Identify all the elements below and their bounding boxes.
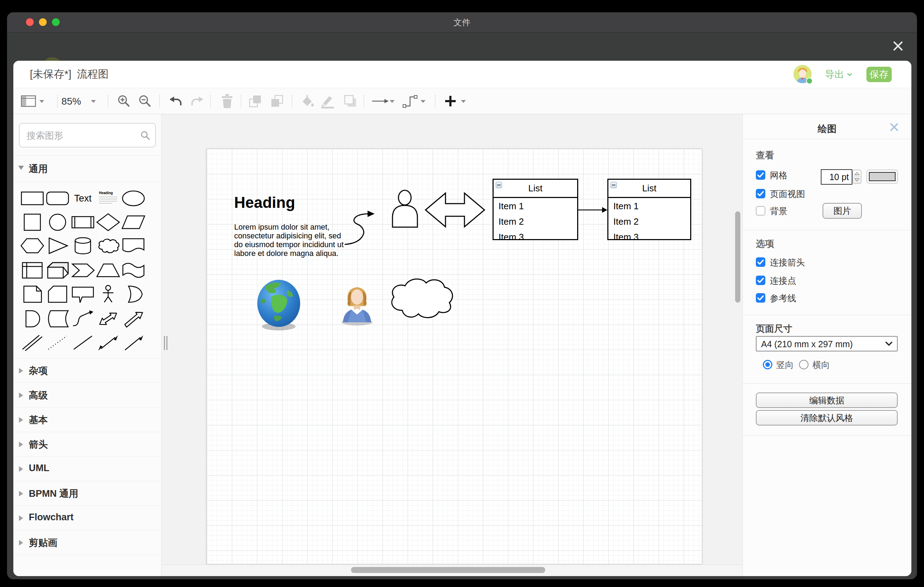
shape-card[interactable]: [45, 284, 70, 304]
shape-ellipse[interactable]: [121, 188, 146, 208]
zoom-out-icon[interactable]: [138, 94, 152, 108]
sidebar-category-arrows[interactable]: 箭头: [13, 432, 162, 457]
sidebar-category-uml[interactable]: UML: [13, 457, 162, 481]
shape-or[interactable]: [121, 284, 146, 304]
vertical-scrollbar[interactable]: [735, 211, 741, 303]
heading-body-text[interactable]: Lorem ipsum dolor sit amet, consectetur …: [234, 223, 344, 258]
shape-hexagon[interactable]: [20, 236, 45, 256]
grid-color-swatch[interactable]: [866, 170, 898, 184]
shape-curve[interactable]: [70, 309, 96, 329]
shape-triangle[interactable]: [45, 236, 70, 256]
collapse-minus-icon[interactable]: [496, 182, 502, 188]
grid-size-input[interactable]: [821, 169, 852, 185]
shape-square[interactable]: [20, 213, 45, 232]
horizontal-scrollbar[interactable]: [351, 567, 545, 573]
collapse-minus-icon[interactable]: [610, 182, 617, 188]
connection-caret-icon[interactable]: [389, 99, 395, 103]
shape-circle[interactable]: [45, 213, 70, 232]
zoom-caret-icon[interactable]: [91, 99, 96, 103]
list-shape-1[interactable]: List Item 1 Item 2 Item 3: [493, 179, 578, 240]
save-button[interactable]: 保存: [866, 67, 892, 82]
avatar[interactable]: [794, 65, 812, 83]
connection-arrows-checkbox[interactable]: [756, 257, 765, 267]
shape-dotted-line[interactable]: [45, 333, 70, 352]
search-input[interactable]: [26, 124, 136, 147]
shape-link[interactable]: [20, 333, 45, 352]
redo-icon[interactable]: [191, 96, 204, 106]
delete-icon[interactable]: [221, 94, 233, 108]
search-icon[interactable]: [140, 130, 150, 140]
shape-diamond[interactable]: [96, 213, 121, 232]
shape-line[interactable]: [70, 333, 96, 352]
grid-checkbox[interactable]: [756, 170, 765, 180]
person-shape[interactable]: [390, 189, 419, 229]
connection-points-checkbox[interactable]: [756, 275, 765, 285]
fill-color-icon[interactable]: [300, 95, 315, 108]
canvas[interactable]: Heading Lorem ipsum dolor sit amet, cons…: [162, 114, 742, 576]
section-general[interactable]: 通用: [13, 155, 162, 181]
line-color-icon[interactable]: [320, 94, 336, 109]
shadow-icon[interactable]: [344, 95, 357, 107]
cloud-shape[interactable]: [384, 275, 458, 325]
to-front-icon[interactable]: [249, 95, 262, 107]
shape-cloud[interactable]: [96, 236, 121, 256]
sidebar-category-basic[interactable]: 基本: [13, 407, 162, 432]
page-view-caret-icon[interactable]: [39, 99, 45, 103]
shape-document[interactable]: [121, 236, 146, 256]
shape-actor[interactable]: [96, 284, 121, 304]
list-shape-2[interactable]: List Item 1 Item 2 Item 3: [607, 179, 691, 240]
background-checkbox[interactable]: [756, 206, 765, 216]
zoom-in-icon[interactable]: [117, 94, 131, 108]
panel-close-icon[interactable]: [889, 122, 899, 132]
list-item[interactable]: Item 1: [613, 200, 639, 213]
shape-callout[interactable]: [70, 284, 96, 304]
shape-data-storage[interactable]: [45, 309, 70, 329]
landscape-radio[interactable]: [799, 360, 808, 369]
shape-step[interactable]: [70, 261, 96, 280]
shape-rectangle[interactable]: [20, 188, 45, 208]
drawing-page[interactable]: Heading Lorem ipsum dolor sit amet, cons…: [206, 148, 702, 564]
zoom-level[interactable]: 85%: [59, 96, 83, 107]
sidebar-category-bpmn[interactable]: BPMN 通用: [13, 481, 162, 506]
shape-and[interactable]: [20, 309, 45, 329]
guides-checkbox[interactable]: [756, 293, 765, 303]
shape-parallelogram[interactable]: [121, 213, 146, 232]
shape-textbox[interactable]: Heading: [96, 188, 121, 208]
clear-default-style-button[interactable]: 清除默认风格: [756, 410, 898, 425]
sidebar-resize-handle[interactable]: [164, 336, 168, 350]
to-back-icon[interactable]: [271, 95, 283, 107]
shape-cylinder[interactable]: [70, 236, 96, 256]
waypoint-style-icon[interactable]: [402, 94, 418, 108]
page-view-icon[interactable]: [20, 94, 36, 108]
woman-clipart[interactable]: [337, 283, 377, 326]
close-icon[interactable]: [893, 40, 904, 52]
grid-size-stepper[interactable]: [852, 170, 861, 184]
background-image-button[interactable]: 图片: [823, 203, 862, 219]
shape-note[interactable]: [20, 284, 45, 304]
page-view-checkbox[interactable]: [756, 189, 765, 198]
shape-bidirectional-connector[interactable]: [96, 333, 121, 352]
edit-data-button[interactable]: 编辑数据: [756, 392, 898, 408]
curved-arrow-shape[interactable]: [340, 209, 379, 249]
portrait-radio[interactable]: [763, 360, 772, 369]
page-size-select[interactable]: A4 (210 mm x 297 mm): [756, 336, 898, 351]
sidebar-category-misc[interactable]: 杂项: [13, 358, 162, 383]
export-button[interactable]: 导出: [825, 61, 852, 88]
connection-style-icon[interactable]: [372, 97, 389, 105]
shape-trapezoid[interactable]: [96, 261, 121, 280]
shape-internal-storage[interactable]: [20, 261, 45, 280]
double-arrow-shape[interactable]: [424, 191, 485, 229]
shape-cube[interactable]: [45, 261, 70, 280]
shape-text[interactable]: Text: [70, 188, 96, 208]
waypoint-caret-icon[interactable]: [420, 99, 426, 103]
shape-process[interactable]: [70, 213, 96, 232]
shape-directional-connector[interactable]: [121, 333, 146, 352]
insert-caret-icon[interactable]: [460, 99, 466, 103]
shape-tape[interactable]: [121, 261, 146, 280]
shape-arrow[interactable]: [121, 309, 146, 329]
sidebar-category-clipart[interactable]: 剪贴画: [13, 531, 162, 555]
list-item[interactable]: Item 2: [498, 215, 524, 228]
connector-arrow[interactable]: [578, 205, 608, 215]
list-item[interactable]: Item 3: [613, 231, 639, 243]
list-item[interactable]: Item 2: [613, 215, 639, 228]
